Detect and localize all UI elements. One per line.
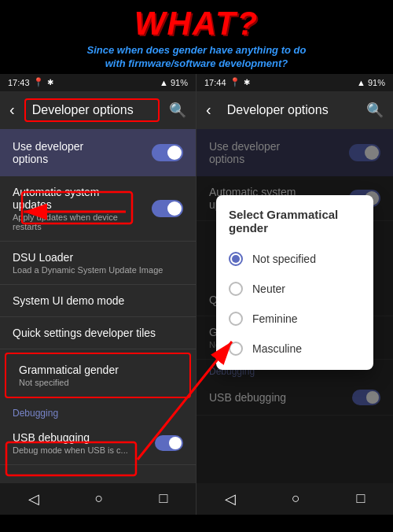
option-feminine-label: Feminine	[252, 312, 298, 325]
option-neuter-label: Neuter	[252, 283, 285, 295]
right-content: Use developeroptions Automatic systemupd…	[196, 129, 393, 483]
meme-subtitle: Since when does gender have anything to …	[8, 44, 385, 71]
left-dsu-subtitle: Load a Dynamic System Update Image	[13, 265, 183, 275]
left-usb-debug-item[interactable]: USB debugging Debug mode when USB is c..…	[0, 422, 196, 465]
right-nav-back[interactable]: ◁	[225, 490, 236, 508]
right-back-button[interactable]: ‹	[203, 98, 215, 122]
radio-feminine[interactable]	[229, 312, 243, 326]
left-debugging-label: Debugging	[0, 401, 196, 422]
dialog-overlay: Select Grammatical gender Not specified …	[196, 129, 393, 483]
left-bottom-nav: ◁ ○ □	[0, 483, 196, 515]
right-status-bar: 17:44 📍 ✱ ▲ 91%	[196, 74, 393, 91]
left-search-button[interactable]: 🔍	[166, 98, 189, 122]
left-system-ui-item[interactable]: System UI demo mode	[0, 285, 196, 317]
left-status-bar: 17:43 📍 ✱ ▲ 91%	[0, 74, 196, 91]
right-nav-home[interactable]: ○	[292, 490, 300, 507]
right-battery: 91%	[368, 78, 385, 87]
left-topbar-title: Developer options	[24, 98, 160, 122]
dialog-option-not-specified[interactable]: Not specified	[216, 244, 373, 274]
meme-header: WHAT? Since when does gender have anythi…	[0, 0, 393, 74]
dialog-option-feminine[interactable]: Feminine	[216, 304, 373, 334]
radio-neuter[interactable]	[229, 282, 243, 296]
option-not-specified-label: Not specified	[252, 253, 316, 265]
gender-dialog: Select Grammatical gender Not specified …	[216, 195, 373, 370]
right-wifi-icon: ▲	[357, 78, 365, 87]
left-back-button[interactable]: ‹	[6, 98, 18, 122]
meme-title: WHAT?	[8, 5, 385, 42]
right-topbar-title: Developer options	[221, 100, 357, 120]
dialog-title: Select Grammatical gender	[216, 208, 373, 244]
screens-row: 17:43 📍 ✱ ▲ 91% ‹ Developer options 🔍 Us…	[0, 74, 393, 515]
left-dsu-title: DSU Loader	[13, 251, 183, 264]
left-auto-update-item[interactable]: Automatic systemupdates Apply updates wh…	[0, 176, 196, 242]
left-nav-back[interactable]: ◁	[28, 490, 39, 508]
location-icon: 📍	[33, 77, 44, 87]
left-auto-update-title: Automatic systemupdates	[13, 186, 152, 211]
left-usb-toggle[interactable]	[155, 435, 183, 451]
left-usb-subtitle: Debug mode when USB is c...	[13, 445, 155, 455]
left-use-dev-options[interactable]: Use developeroptions	[0, 129, 196, 176]
left-content: Use developeroptions Automatic systemupd…	[0, 129, 196, 483]
dialog-option-neuter[interactable]: Neuter	[216, 274, 373, 304]
left-auto-update-subtitle: Apply updates when devicerestarts	[13, 212, 152, 231]
option-masculine-label: Masculine	[252, 342, 302, 355]
left-nav-home[interactable]: ○	[95, 490, 104, 507]
left-usb-title: USB debugging	[13, 431, 155, 444]
right-phone-screen: 17:44 📍 ✱ ▲ 91% ‹ Developer options 🔍 Us…	[196, 74, 393, 515]
left-system-ui-title: System UI demo mode	[13, 294, 183, 307]
left-use-dev-title: Use developeroptions	[13, 140, 152, 165]
right-time: 17:44	[204, 78, 226, 87]
left-gender-subtitle: Not specified	[19, 378, 177, 387]
bluetooth-icon: ✱	[47, 78, 53, 87]
left-battery: 91%	[171, 78, 188, 87]
radio-not-specified[interactable]	[229, 252, 243, 266]
right-search-button[interactable]: 🔍	[363, 98, 387, 122]
radio-masculine[interactable]	[229, 342, 243, 356]
left-top-bar: ‹ Developer options 🔍	[0, 91, 196, 129]
left-quick-settings-title: Quick settings developer tiles	[13, 327, 183, 339]
left-phone-screen: 17:43 📍 ✱ ▲ 91% ‹ Developer options 🔍 Us…	[0, 74, 196, 515]
wifi-icon: ▲	[160, 78, 168, 87]
left-nav-recents[interactable]: □	[160, 490, 168, 507]
left-use-dev-toggle[interactable]	[152, 144, 183, 161]
right-bottom-nav: ◁ ○ □	[196, 483, 393, 515]
right-top-bar: ‹ Developer options 🔍	[196, 91, 393, 129]
left-time: 17:43	[8, 78, 30, 87]
left-dsu-loader-item[interactable]: DSU Loader Load a Dynamic System Update …	[0, 242, 196, 285]
left-quick-settings-item[interactable]: Quick settings developer tiles	[0, 317, 196, 349]
dialog-option-masculine[interactable]: Masculine	[216, 334, 373, 364]
left-grammatical-gender-item[interactable]: Grammatical gender Not specified	[5, 353, 191, 398]
right-nav-recents[interactable]: □	[356, 490, 365, 507]
left-gender-title: Grammatical gender	[19, 364, 177, 376]
right-location-icon: 📍	[230, 77, 241, 87]
left-auto-update-toggle[interactable]	[152, 200, 183, 217]
right-star-icon: ✱	[244, 78, 250, 87]
